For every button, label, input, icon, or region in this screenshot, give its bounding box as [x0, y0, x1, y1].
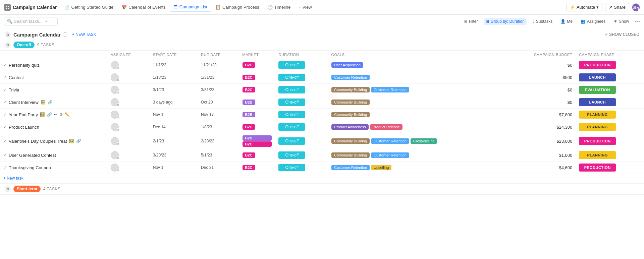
due-date-cell[interactable]: 2/28/23 [198, 133, 239, 149]
avatar[interactable] [111, 73, 119, 81]
goal-badge[interactable]: Upselling [371, 165, 391, 170]
market-badge[interactable]: B2C [243, 87, 255, 92]
budget-cell[interactable]: $23,000 [505, 133, 576, 149]
phase-badge[interactable]: PLANNING [579, 111, 616, 119]
market-badge[interactable]: B2C [243, 62, 255, 68]
goal-badge[interactable]: Community Building [331, 152, 370, 158]
goals-cell[interactable]: Community BuildingCustomer Retention [328, 84, 505, 96]
assignee-cell[interactable] [107, 133, 150, 149]
task-name-text[interactable]: Thanksgiving Coupon [9, 165, 51, 170]
avatar[interactable] [111, 98, 119, 106]
phase-badge[interactable]: PRODUCTION [579, 61, 616, 69]
goal-badge[interactable]: Product Release [370, 124, 402, 130]
duration-cell[interactable]: One-off [275, 96, 328, 109]
avatar[interactable] [111, 137, 119, 145]
goals-cell[interactable]: Community BuildingCustomer Retention [328, 149, 505, 161]
budget-cell[interactable]: $0 [505, 96, 576, 109]
duration-cell[interactable]: One-off [275, 149, 328, 161]
goal-badge[interactable]: User Acquisition [331, 62, 363, 68]
market-badge[interactable]: B2C [243, 165, 255, 170]
avatar[interactable] [111, 111, 119, 119]
avatar[interactable] [111, 164, 119, 172]
budget-cell[interactable]: $24,300 [505, 121, 576, 133]
task-name-text[interactable]: Valentine's Day Couples Treat [9, 139, 67, 144]
assignee-cell[interactable] [107, 149, 150, 161]
duration-cell[interactable]: One-off [275, 59, 328, 71]
duration-cell[interactable]: One-off [275, 109, 328, 121]
market-badge[interactable]: B2B [243, 100, 255, 105]
phase-cell[interactable]: PLANNING [576, 149, 644, 161]
task-name-text[interactable]: Personality quiz [9, 63, 40, 68]
budget-cell[interactable]: $4,600 [505, 161, 576, 174]
goal-badge[interactable]: Community Building [331, 138, 370, 144]
assignees-button[interactable]: 👥 Assignees [579, 18, 607, 25]
phase-cell[interactable]: PRODUCTION [576, 59, 644, 71]
market-cell[interactable]: B2C [239, 149, 275, 161]
market-badge[interactable]: B2C [243, 124, 255, 130]
due-date-cell[interactable]: 1/31/23 [198, 71, 239, 84]
start-date-cell[interactable]: 3/1/23 [150, 84, 198, 96]
group-collapse-button[interactable]: ⊙ [5, 42, 11, 48]
search-box[interactable]: 🔍 Search tasks... ▾ [4, 17, 58, 25]
goals-cell[interactable]: User Acquisition [328, 59, 505, 71]
goals-cell[interactable]: Community Building [328, 96, 505, 109]
tab-timeline[interactable]: 🕐 Timeline [264, 3, 294, 11]
market-cell[interactable]: B2C [239, 71, 275, 84]
phase-badge[interactable]: PLANNING [579, 123, 616, 131]
check-icon[interactable]: ✓ [3, 165, 7, 170]
due-date-cell[interactable]: 5/1/23 [198, 149, 239, 161]
group-by-button[interactable]: ⊞ Group by: Duration [484, 18, 526, 25]
assignee-cell[interactable] [107, 84, 150, 96]
new-task-row[interactable]: + New task [0, 174, 644, 183]
tab-calendar-events[interactable]: 📅 Calendar of Events [118, 3, 169, 11]
due-date-cell[interactable]: Nov 17 [198, 109, 239, 121]
phase-cell[interactable]: PLANNING [576, 121, 644, 133]
check-icon[interactable]: ✓ [3, 125, 7, 129]
start-date-cell[interactable]: 3/20/23 [150, 149, 198, 161]
assignee-cell[interactable] [107, 121, 150, 133]
avatar[interactable] [111, 61, 119, 69]
tab-add-view[interactable]: + View [295, 3, 315, 11]
budget-cell[interactable]: $0 [505, 59, 576, 71]
duration-badge[interactable]: One-off [278, 164, 305, 171]
phase-cell[interactable]: PRODUCTION [576, 161, 644, 174]
assignee-cell[interactable] [107, 161, 150, 174]
goal-badge[interactable]: Customer Retention [331, 165, 370, 170]
more-options-button[interactable]: ••• [635, 19, 640, 24]
filter-button[interactable]: ⊟ Filter [462, 18, 480, 25]
goal-badge[interactable]: Cross-selling [411, 138, 437, 144]
avatar[interactable] [111, 86, 119, 94]
phase-cell[interactable]: LAUNCH [576, 71, 644, 84]
market-badge[interactable]: B2B [243, 112, 255, 117]
new-task-button[interactable]: + NEW TASK [70, 31, 98, 38]
phase-cell[interactable]: PRODUCTION [576, 133, 644, 149]
goals-cell[interactable]: Community Building [328, 109, 505, 121]
goal-badge[interactable]: Community Building [331, 100, 370, 105]
collapse-button[interactable]: ⊙ [5, 31, 11, 38]
check-icon[interactable]: ✓ [3, 139, 7, 143]
goals-cell[interactable]: Customer Retention [328, 71, 505, 84]
budget-cell[interactable]: $1,000 [505, 149, 576, 161]
goal-badge[interactable]: Product Awareness [331, 124, 369, 130]
goal-badge[interactable]: Customer Retention [371, 138, 409, 144]
duration-badge[interactable]: One-off [278, 123, 305, 131]
goal-badge[interactable]: Customer Retention [371, 152, 409, 158]
info-icon[interactable]: i [63, 32, 67, 37]
start-date-cell[interactable]: Nov 1 [150, 109, 198, 121]
market-cell[interactable]: B2C [239, 84, 275, 96]
phase-cell[interactable]: LAUNCH [576, 96, 644, 109]
check-icon[interactable]: ✓ [3, 63, 7, 67]
due-date-cell[interactable]: 3/31/23 [198, 84, 239, 96]
duration-badge[interactable]: One-off [278, 74, 305, 81]
task-name-text[interactable]: Client Interview [9, 100, 39, 105]
goals-cell[interactable]: Customer RetentionUpselling [328, 161, 505, 174]
budget-cell[interactable]: $500 [505, 71, 576, 84]
market-cell[interactable]: B2B [239, 96, 275, 109]
task-name-text[interactable]: User Generated Contest [9, 153, 56, 158]
market-badge[interactable]: B2C [243, 152, 255, 158]
start-date-cell[interactable]: 11/1/23 [150, 59, 198, 71]
market-badge[interactable]: B2B [243, 135, 272, 141]
goal-badge[interactable]: Customer Retention [331, 75, 370, 80]
start-date-cell[interactable]: Dec 14 [150, 121, 198, 133]
due-date-cell[interactable]: 1/8/23 [198, 121, 239, 133]
